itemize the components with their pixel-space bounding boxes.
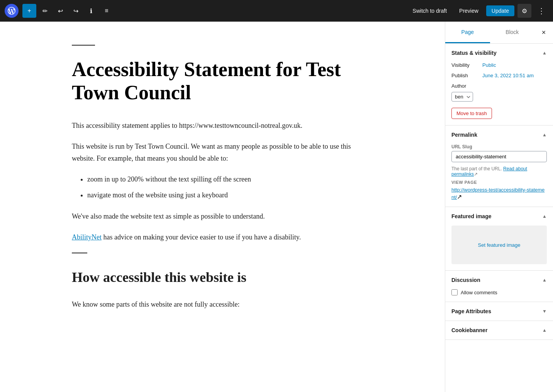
cookiebanner-header[interactable]: Cookiebanner ▲	[445, 321, 553, 339]
hint-text: The last part of the URL.	[451, 166, 502, 171]
view-page-link[interactable]: http://wordpress-test/accessibility-stat…	[451, 187, 545, 200]
publish-label: Publish	[451, 73, 482, 78]
redo-button[interactable]: ↪	[69, 4, 83, 18]
settings-button[interactable]: ⚙	[517, 4, 531, 18]
top-separator	[72, 45, 95, 46]
status-visibility-title: Status & visibility	[451, 50, 497, 56]
section2-body: We know some parts of this website are n…	[72, 299, 373, 311]
sidebar-close-button[interactable]: ×	[536, 25, 551, 40]
abilitynet-suffix: has advice on making your device easier …	[102, 233, 301, 241]
author-label: Author	[451, 83, 482, 89]
visibility-row: Visibility Public	[451, 62, 547, 68]
toolbar: + ✏ ↩ ↪ ℹ ≡ Switch to draft Preview Upda…	[0, 0, 553, 22]
chevron-up-icon: ▲	[542, 132, 547, 137]
url-slug-input[interactable]	[451, 151, 547, 162]
status-visibility-header[interactable]: Status & visibility ▲	[445, 44, 553, 62]
accessibility-list: zoom in up to 200% without the text spil…	[87, 173, 373, 201]
chevron-up-icon: ▲	[542, 50, 547, 56]
featured-image-header[interactable]: Featured image ▲	[445, 207, 553, 226]
page-attributes-section: Page Attributes ▼	[445, 302, 553, 321]
discussion-title: Discussion	[451, 277, 480, 283]
body-para-2: This website is run by Test Town Council…	[72, 141, 373, 164]
discussion-body: Allow comments	[445, 289, 553, 302]
set-featured-image-label: Set featured image	[478, 242, 521, 248]
preview-button[interactable]: Preview	[455, 5, 483, 16]
list-view-button[interactable]: ≡	[100, 4, 114, 18]
tab-page[interactable]: Page	[445, 22, 490, 43]
abilitynet-para: AbilityNet has advice on making your dev…	[72, 231, 373, 243]
body-para-after-list: We've also made the website text as simp…	[72, 210, 373, 222]
visibility-label: Visibility	[451, 62, 482, 68]
author-select[interactable]: ben	[451, 92, 473, 102]
featured-image-section: Featured image ▲ Set featured image	[445, 207, 553, 271]
permalink-section: Permalink ▲ URL Slug The last part of th…	[445, 126, 553, 207]
move-to-trash-button[interactable]: Move to trash	[451, 108, 492, 119]
sidebar: Page Block × Status & visibility ▲ Visib…	[445, 22, 553, 392]
visibility-value[interactable]: Public	[482, 62, 496, 68]
view-page-label: VIEW PAGE	[451, 180, 547, 185]
section2-heading: How accessible this website is	[72, 266, 373, 289]
chevron-up-icon: ▲	[542, 214, 547, 219]
featured-image-title: Featured image	[451, 213, 491, 219]
post-body: This accessibility statement applies to …	[72, 120, 373, 311]
cookiebanner-section: Cookiebanner ▲	[445, 321, 553, 340]
permalink-title: Permalink	[451, 132, 477, 138]
wordpress-logo	[5, 4, 19, 18]
publish-row: Publish June 3, 2022 10:51 am	[451, 73, 547, 78]
section-separator	[72, 253, 87, 253]
tab-block[interactable]: Block	[490, 22, 535, 43]
trash-row: Move to trash	[451, 106, 547, 119]
discussion-section: Discussion ▲ Allow comments	[445, 271, 553, 302]
url-slug-label: URL Slug	[451, 144, 547, 149]
main-layout: Accessibility Statement for Test Town Co…	[0, 22, 553, 392]
author-row: Author	[451, 83, 547, 89]
list-item: zoom in up to 200% without the text spil…	[87, 173, 373, 185]
more-options-button[interactable]: ⋮	[534, 4, 548, 18]
discussion-header[interactable]: Discussion ▲	[445, 271, 553, 289]
allow-comments-row: Allow comments	[451, 289, 547, 295]
set-featured-image-button[interactable]: Set featured image	[451, 226, 547, 264]
publish-value[interactable]: June 3, 2022 10:51 am	[482, 73, 534, 78]
editor-content: Accessibility Statement for Test Town Co…	[72, 45, 373, 311]
allow-comments-label: Allow comments	[461, 290, 497, 295]
page-attributes-header[interactable]: Page Attributes ▼	[445, 302, 553, 321]
cookiebanner-title: Cookiebanner	[451, 327, 487, 333]
status-visibility-body: Visibility Public Publish June 3, 2022 1…	[445, 62, 553, 125]
permalink-hint: The last part of the URL. Read about per…	[451, 166, 547, 177]
chevron-up-icon: ▲	[542, 277, 547, 283]
post-title[interactable]: Accessibility Statement for Test Town Co…	[72, 58, 373, 104]
permalink-body: URL Slug The last part of the URL. Read …	[445, 144, 553, 207]
status-visibility-section: Status & visibility ▲ Visibility Public …	[445, 44, 553, 126]
add-block-button[interactable]: +	[22, 4, 36, 18]
sidebar-tabs: Page Block ×	[445, 22, 553, 44]
update-button[interactable]: Update	[486, 5, 514, 16]
body-para-1: This accessibility statement applies to …	[72, 120, 373, 132]
featured-image-body: Set featured image	[445, 226, 553, 270]
abilitynet-link[interactable]: AbilityNet	[72, 233, 102, 241]
info-button[interactable]: ℹ	[84, 4, 98, 18]
editor-area[interactable]: Accessibility Statement for Test Town Co…	[0, 22, 445, 392]
undo-button[interactable]: ↩	[53, 4, 67, 18]
chevron-down-icon: ▼	[542, 309, 547, 314]
switch-to-draft-button[interactable]: Switch to draft	[408, 5, 451, 16]
list-item: navigate most of the website using just …	[87, 189, 373, 201]
page-attributes-title: Page Attributes	[451, 308, 491, 314]
edit-button[interactable]: ✏	[38, 4, 52, 18]
permalink-header[interactable]: Permalink ▲	[445, 126, 553, 144]
allow-comments-checkbox[interactable]	[451, 289, 458, 295]
chevron-up-icon: ▲	[542, 328, 547, 333]
